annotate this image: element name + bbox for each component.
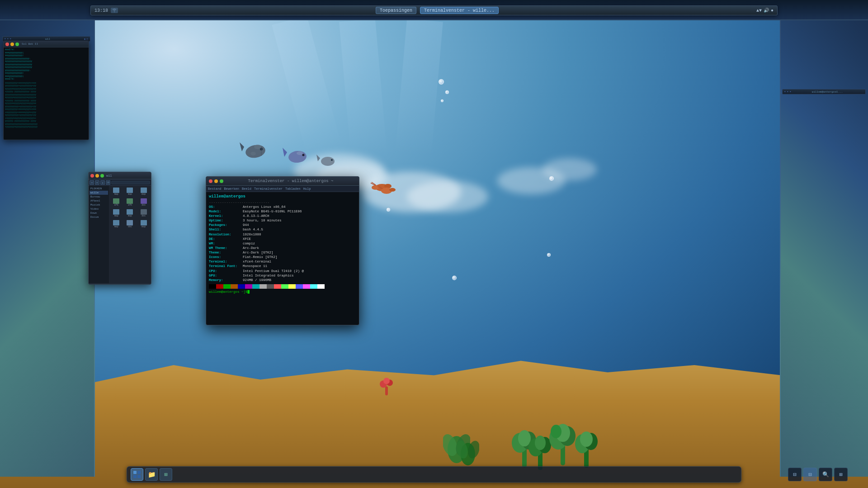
svg-rect-49 <box>133 471 137 474</box>
svg-marker-11 <box>316 155 320 161</box>
taskbar-workspace-switcher[interactable] <box>131 468 143 481</box>
right-taskbar-item-2[interactable]: ⊟ <box>803 468 817 481</box>
terminal-close-btn[interactable] <box>209 179 212 183</box>
file-item[interactable]: doc <box>137 197 150 207</box>
menu-tabladen[interactable]: Tabladen <box>285 187 301 191</box>
file-item[interactable]: map <box>110 187 123 197</box>
panel-network-icon: ▲▼ <box>756 8 762 13</box>
menu-terminalvenster[interactable]: Terminalvenster <box>254 187 283 191</box>
sidebar-item-music[interactable]: Muziek <box>90 203 108 207</box>
info-de: DE: XFCE <box>209 237 356 241</box>
sidebar-item-videos[interactable]: Video <box>90 207 108 211</box>
color-block-3 <box>231 284 238 289</box>
file-item[interactable]: afb <box>123 197 136 207</box>
file-item[interactable]: map <box>110 219 123 229</box>
secondary-max-btn[interactable] <box>15 42 19 46</box>
neofetch-separator: ---------------------------- <box>209 200 356 205</box>
color-block-15 <box>317 284 325 289</box>
file-manager-window: wil ◂ ▸ ▴ ⟳ PLEKKEN wille Bureau Afbeel … <box>88 172 151 285</box>
menu-beeld[interactable]: Beeld <box>242 187 251 191</box>
apps-menu-button[interactable]: Toepassingen <box>376 7 416 14</box>
info-cpu: CPU: Intel Pentium Dual T2410 (2) @ <box>209 269 356 273</box>
neofetch-info: OS: Antergos Linux x86_64 Model: EasyNot… <box>209 205 356 282</box>
color-block-5 <box>245 284 252 289</box>
fm-reload-btn[interactable]: ⟳ <box>106 180 110 185</box>
sidebar-item-desktop[interactable]: Bureau <box>90 195 108 199</box>
info-uptime: Uptime: 3 hours, 10 minutes <box>209 218 356 223</box>
secondary-min-btn[interactable] <box>10 42 14 46</box>
file-item[interactable]: map <box>110 208 123 218</box>
right-taskbar-apps[interactable]: ⊞ <box>834 468 848 481</box>
panel-center: Toepassingen Terminalvenster - wille... <box>118 7 756 14</box>
svg-point-4 <box>250 152 256 155</box>
terminal-task-button[interactable]: Terminalvenster - wille... <box>420 7 499 14</box>
sidebar-item-docs[interactable]: Docum <box>90 215 108 219</box>
file-item[interactable]: map <box>137 187 150 197</box>
menu-bewerken[interactable]: Bewerken <box>224 187 239 191</box>
info-kernel: Kernel: 4.8.13-1-ARCH <box>209 214 356 218</box>
panel-volume-icon: 🔊 <box>764 8 769 13</box>
sidebar-item-places: PLEKKEN <box>90 187 108 191</box>
bubble-2 <box>445 90 449 94</box>
file-item[interactable]: doc <box>137 208 150 218</box>
fm-close-btn[interactable] <box>90 174 94 178</box>
color-block-1 <box>216 284 223 289</box>
menu-bestand[interactable]: Bestand <box>208 187 221 191</box>
terminal-titlebar: Terminalvenster - willem@antergos ~ <box>206 177 359 186</box>
file-item[interactable]: map <box>137 219 150 229</box>
color-block-11 <box>288 284 296 289</box>
taskbar-file-manager[interactable]: 📁 <box>145 468 158 481</box>
file-item[interactable]: afb <box>110 197 123 207</box>
fm-view-icon-2 <box>101 285 110 285</box>
fm-max-btn[interactable] <box>100 174 104 178</box>
bubble-6 <box>387 208 390 211</box>
right-taskbar-search[interactable]: 🔍 <box>819 468 832 481</box>
sidebar-item-images[interactable]: Afbeel <box>90 199 108 203</box>
panel-user-icon: ● <box>771 8 774 13</box>
fish-1 <box>240 140 271 165</box>
secondary-close-btn[interactable] <box>5 42 9 46</box>
file-grid: map map map afb afb doc map map doc map … <box>110 187 150 229</box>
fish-3 <box>316 154 339 172</box>
svg-point-10 <box>321 157 335 166</box>
secondary-terminal-title: Sol Bek II <box>22 42 38 46</box>
terminal-min-btn[interactable] <box>214 179 218 183</box>
svg-point-44 <box>580 432 593 447</box>
left-panel-controls: ▦⟳ <box>84 38 88 41</box>
svg-marker-7 <box>283 148 287 157</box>
color-block-9 <box>274 284 281 289</box>
svg-point-3 <box>254 145 261 149</box>
menu-hulp[interactable]: Hulp <box>303 187 311 191</box>
file-manager-statusbar: Burebl Afb Muz Doc Vide <box>89 283 151 285</box>
svg-point-9 <box>297 151 303 155</box>
sidebar-item-downloads[interactable]: Down <box>90 211 108 215</box>
secondary-terminal-content: ssyyyyyyy+sssssyyys+sss yyyyyyyyyy+yyyyy… <box>5 82 87 129</box>
terminal-max-btn[interactable] <box>220 179 223 183</box>
fm-min-btn[interactable] <box>95 174 99 178</box>
top-panel: 13:18 Toepassingen Terminalvenster - wil… <box>90 5 778 15</box>
fm-back-btn[interactable]: ◂ <box>90 180 94 185</box>
color-block-7 <box>259 284 267 289</box>
cube-top-face: 13:18 Toepassingen Terminalvenster - wil… <box>0 0 868 20</box>
fm-up-btn[interactable]: ▴ <box>100 180 105 185</box>
secondary-terminal-body: sssl!s: sssyyyyyyyyyy; ssyyyyyyyyyyy: yy… <box>4 47 89 130</box>
bubble-5 <box>452 276 457 280</box>
sidebar-item-home[interactable]: wille <box>90 191 108 195</box>
info-wm-theme: WM Theme: Arc-Dark <box>209 246 356 250</box>
fm-forward-btn[interactable]: ▸ <box>95 180 99 185</box>
right-taskbar-item-1[interactable]: ⊟ <box>788 468 802 481</box>
file-manager-sidebar: PLEKKEN wille Bureau Afbeel Muziek Video… <box>89 186 109 283</box>
terminal-body[interactable]: willem@antergos ------------------------… <box>206 192 359 325</box>
panel-wifi-icon <box>111 8 118 13</box>
file-item[interactable]: map <box>123 208 136 218</box>
file-item[interactable]: doc <box>123 219 136 229</box>
terminal-menubar: Bestand Bewerken Beeld Terminalvenster T… <box>206 186 359 192</box>
terminal-window: Terminalvenster - willem@antergos ~ Best… <box>206 176 359 325</box>
taskbar-terminal[interactable]: ⊞ <box>160 468 172 481</box>
info-terminal: Terminal: xfce4-terminal <box>209 259 356 264</box>
color-block-2 <box>223 284 231 289</box>
fm-address-bar[interactable] <box>111 181 150 184</box>
file-item[interactable]: map <box>123 187 136 197</box>
info-memory: Memory: 924MB / 1996MB <box>209 278 356 282</box>
info-model: Model: EasyNote BG45-U-010NL PC11E06 <box>209 209 356 214</box>
